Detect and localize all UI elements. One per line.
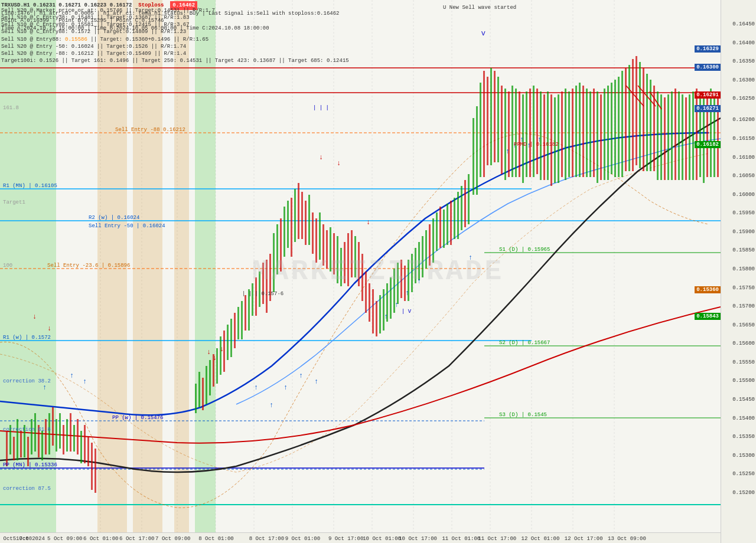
svg-text:| | | 0.157·6: | | | 0.157·6 xyxy=(242,291,284,297)
time-tick: 8 Oct 01:00 xyxy=(198,536,233,542)
svg-rect-170 xyxy=(582,86,584,177)
svg-rect-67 xyxy=(216,348,218,384)
price-tick: 0.15650 xyxy=(732,322,755,328)
svg-rect-68 xyxy=(220,336,221,375)
price-tick: 0.15850 xyxy=(732,247,755,253)
svg-rect-125 xyxy=(422,236,423,277)
time-tick: 11 Oct 17:00 xyxy=(478,536,516,542)
svg-rect-203 xyxy=(699,91,701,177)
price-tick: 0.15600 xyxy=(732,341,755,346)
svg-rect-167 xyxy=(572,89,573,177)
svg-rect-88 xyxy=(291,198,292,257)
svg-rect-64 xyxy=(206,366,207,404)
price-tick: 0.15500 xyxy=(732,378,755,384)
price-tick: 0.15550 xyxy=(732,359,755,365)
price-tick: 0.16450 xyxy=(732,21,755,27)
svg-rect-127 xyxy=(429,224,431,266)
svg-rect-92 xyxy=(305,201,307,245)
svg-rect-193 xyxy=(664,97,666,180)
svg-rect-130 xyxy=(439,207,441,248)
svg-rect-106 xyxy=(354,236,356,277)
svg-rect-183 xyxy=(628,65,630,171)
svg-rect-178 xyxy=(611,83,612,174)
svg-rect-122 xyxy=(411,254,413,292)
svg-rect-17 xyxy=(133,0,162,532)
svg-rect-94 xyxy=(312,212,314,254)
svg-rect-77 xyxy=(252,283,253,316)
svg-text:↑: ↑ xyxy=(70,372,74,380)
svg-text:correction 38.2: correction 38.2 xyxy=(3,378,51,384)
svg-rect-141 xyxy=(480,83,481,177)
time-tick: 5 Oct 09:00 xyxy=(47,536,82,542)
svg-text:correction 61.8: correction 61.8 xyxy=(3,427,51,433)
point-info: Point A:0.16399 | Point B:0.15295 | Poin… xyxy=(1,17,285,25)
svg-rect-63 xyxy=(202,378,204,410)
svg-rect-86 xyxy=(284,207,285,257)
svg-rect-56 xyxy=(80,431,82,463)
svg-rect-176 xyxy=(604,89,605,180)
svg-rect-143 xyxy=(487,77,488,165)
svg-text:Target1: Target1 xyxy=(3,199,25,205)
price-badge-16300: 0.16300 xyxy=(695,64,721,71)
svg-rect-174 xyxy=(597,91,598,183)
svg-rect-99 xyxy=(330,227,331,272)
svg-text:U New Sell wave started: U New Sell wave started xyxy=(443,5,516,11)
svg-text:S1 (D) | 0.15965: S1 (D) | 0.15965 xyxy=(499,247,550,253)
svg-rect-97 xyxy=(322,224,324,266)
svg-text:R2 (w) | 0.16024: R2 (w) | 0.16024 xyxy=(89,215,139,221)
time-tick: 10 Oct 01:00 xyxy=(363,536,401,542)
price-tick: 0.16100 xyxy=(732,155,755,161)
svg-text:S2 (D) | 0.15667: S2 (D) | 0.15667 xyxy=(499,340,550,346)
time-tick: 9 Oct 17:00 xyxy=(328,536,363,542)
svg-text:PP (MN) | 0.15336: PP (MN) | 0.15336 xyxy=(3,462,57,468)
svg-rect-169 xyxy=(579,83,581,177)
svg-rect-39 xyxy=(20,431,22,457)
svg-text:V: V xyxy=(481,30,485,37)
svg-text:↑: ↑ xyxy=(284,384,288,392)
svg-rect-101 xyxy=(337,236,338,283)
svg-rect-180 xyxy=(618,77,620,177)
svg-text:↑: ↑ xyxy=(417,277,421,286)
svg-rect-53 xyxy=(70,413,71,452)
svg-rect-61 xyxy=(195,384,197,413)
svg-rect-57 xyxy=(84,425,86,463)
svg-text:↓: ↓ xyxy=(319,153,323,162)
svg-rect-102 xyxy=(340,248,342,286)
svg-text:↑: ↑ xyxy=(468,254,472,262)
svg-rect-95 xyxy=(315,218,317,263)
time-tick: 8 Oct 17:00 xyxy=(249,536,284,542)
svg-rect-126 xyxy=(425,230,427,269)
svg-rect-181 xyxy=(621,71,623,177)
svg-rect-103 xyxy=(344,242,346,283)
svg-rect-49 xyxy=(56,419,57,452)
svg-rect-179 xyxy=(614,80,616,177)
svg-rect-166 xyxy=(568,91,570,177)
svg-text:↓: ↓ xyxy=(213,354,217,362)
svg-text:↑: ↑ xyxy=(269,401,273,410)
svg-text:↑: ↑ xyxy=(83,378,87,386)
svg-rect-110 xyxy=(369,283,370,322)
svg-rect-150 xyxy=(511,86,513,177)
svg-text:↑: ↑ xyxy=(254,384,258,392)
svg-rect-195 xyxy=(671,91,673,180)
chart-container: MARKETZITRADE TRXUSD.H1 0.16231 0.16271 … xyxy=(0,0,756,543)
svg-text:↓: ↓ xyxy=(337,159,341,168)
svg-rect-160 xyxy=(547,91,549,180)
svg-rect-134 xyxy=(454,198,455,239)
svg-text:↓: ↓ xyxy=(220,345,224,354)
svg-rect-157 xyxy=(536,89,538,174)
svg-rect-74 xyxy=(241,301,243,339)
svg-rect-48 xyxy=(52,407,54,446)
svg-rect-71 xyxy=(230,319,232,357)
price-tick: 0.15300 xyxy=(732,453,755,459)
svg-text:↑: ↑ xyxy=(299,372,303,380)
svg-rect-198 xyxy=(682,94,683,180)
svg-rect-72 xyxy=(234,313,236,348)
svg-rect-46 xyxy=(45,419,47,454)
info-panel: TRXUSD.H1 0.16231 0.16271 0.16223 0.1617… xyxy=(1,1,285,32)
time-info: Time A:2024.10.12 15:00:00 | Time B:2024… xyxy=(1,25,285,32)
price-tick: 0.16200 xyxy=(732,117,755,123)
svg-rect-100 xyxy=(333,233,335,274)
svg-rect-199 xyxy=(685,97,687,180)
chart-area: ↑ ↑ ↑ ↑ ↑ ↑ ↑ ↑ ↑ ↑ ↑ ↑ ↑ ↑ ↑ ↑ ↑ ↑ ↓ ↓ … xyxy=(0,0,721,532)
